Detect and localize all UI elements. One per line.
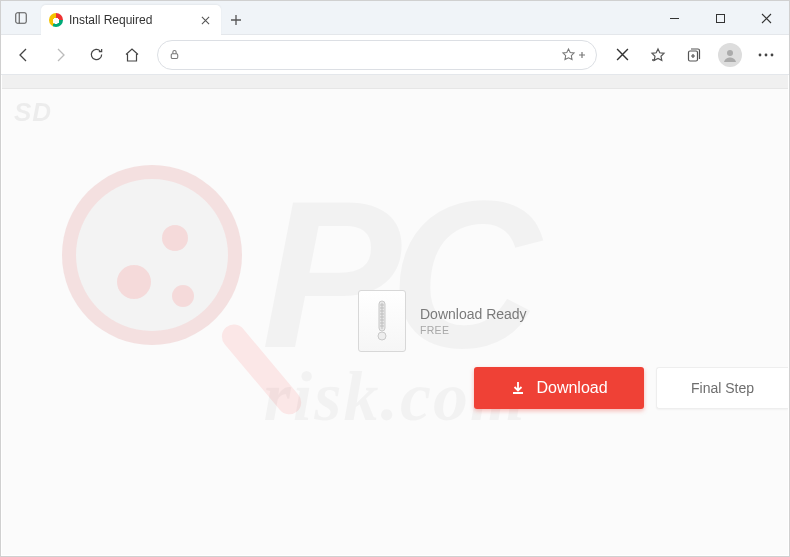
download-card-subtitle: FREE <box>420 324 527 336</box>
window-minimize-button[interactable] <box>651 1 697 35</box>
browser-tab[interactable]: Install Required <box>41 5 221 35</box>
stop-loading-button[interactable] <box>605 39 639 71</box>
page-top-strip <box>2 75 788 89</box>
nav-forward-button[interactable] <box>43 39 77 71</box>
avatar-icon <box>718 43 742 67</box>
address-input[interactable] <box>189 48 553 62</box>
download-card: Download Ready FREE <box>358 290 568 352</box>
svg-point-7 <box>771 53 774 56</box>
favorite-star-icon[interactable] <box>561 47 586 62</box>
svg-rect-0 <box>16 13 27 24</box>
page-content: SD PC risk.com <box>2 75 788 555</box>
window-maximize-button[interactable] <box>697 1 743 35</box>
window-controls <box>651 1 789 35</box>
watermark-sd: SD <box>14 97 52 128</box>
file-thumbnail-icon <box>358 290 406 352</box>
more-menu-button[interactable] <box>749 39 783 71</box>
svg-point-6 <box>765 53 768 56</box>
tab-close-button[interactable] <box>197 12 213 28</box>
watermark-magnifier-icon <box>62 165 292 465</box>
tab-actions-button[interactable] <box>1 1 41 35</box>
final-step-button[interactable]: Final Step <box>656 367 788 409</box>
nav-back-button[interactable] <box>7 39 41 71</box>
button-row: Download Final Step <box>474 367 788 409</box>
profile-button[interactable] <box>713 39 747 71</box>
tab-favicon-icon <box>49 13 63 27</box>
nav-refresh-button[interactable] <box>79 39 113 71</box>
titlebar: Install Required <box>1 1 789 35</box>
download-button[interactable]: Download <box>474 367 644 409</box>
browser-window: Install Required <box>0 0 790 557</box>
collections-button[interactable] <box>677 39 711 71</box>
download-card-title: Download Ready <box>420 306 527 322</box>
svg-rect-1 <box>716 14 724 22</box>
download-button-label: Download <box>536 379 607 397</box>
address-bar[interactable] <box>157 40 597 70</box>
browser-toolbar <box>1 35 789 75</box>
svg-point-4 <box>727 50 733 56</box>
svg-point-5 <box>759 53 762 56</box>
svg-point-9 <box>378 332 386 340</box>
page-viewport: SD PC risk.com <box>2 75 788 555</box>
download-icon <box>510 380 526 396</box>
site-info-icon[interactable] <box>168 48 181 61</box>
window-close-button[interactable] <box>743 1 789 35</box>
final-step-label: Final Step <box>691 380 754 396</box>
nav-home-button[interactable] <box>115 39 149 71</box>
favorites-button[interactable] <box>641 39 675 71</box>
svg-rect-2 <box>171 54 178 59</box>
new-tab-button[interactable] <box>221 5 251 35</box>
tab-title: Install Required <box>69 13 197 27</box>
